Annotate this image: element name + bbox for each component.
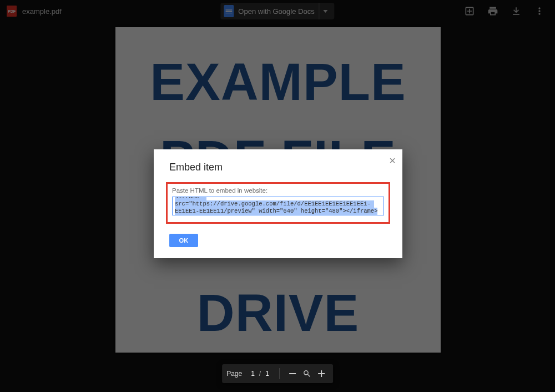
zoom-in-button[interactable] <box>314 366 329 381</box>
page-current: 1 <box>251 370 255 378</box>
minus-icon <box>289 373 296 374</box>
embed-dialog: × Embed item Paste HTML to embed in webs… <box>154 149 402 258</box>
magnifier-icon <box>302 369 311 378</box>
page-label: Page <box>226 370 242 378</box>
zoom-out-button[interactable] <box>285 366 300 381</box>
plus-icon <box>318 370 325 377</box>
page-separator: / <box>259 370 261 378</box>
embed-code-textarea[interactable]: <iframe src="https://drive.google.com/fi… <box>172 197 384 215</box>
dialog-title: Embed item <box>169 162 387 173</box>
zoom-reset-button[interactable] <box>300 366 314 381</box>
divider <box>279 368 280 379</box>
page-controls: Page 1 / 1 <box>222 364 333 383</box>
close-button[interactable]: × <box>389 155 396 166</box>
embed-field-label: Paste HTML to embed in website: <box>172 187 384 194</box>
ok-button[interactable]: OK <box>169 234 198 247</box>
highlighted-region: Paste HTML to embed in website: <iframe … <box>166 182 390 224</box>
page-total: 1 <box>265 370 269 378</box>
